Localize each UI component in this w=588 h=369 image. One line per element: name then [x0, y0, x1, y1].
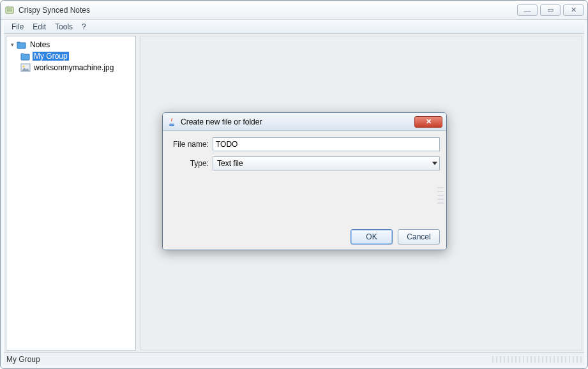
image-file-icon: [20, 63, 31, 72]
window-title: Crispy Synced Notes: [19, 6, 90, 15]
dialog-body: File name: Type: Text file OK: [163, 131, 446, 250]
window-controls: — ▭ ✕: [515, 4, 584, 16]
chevron-down-icon: [432, 162, 437, 165]
app-icon: [4, 5, 15, 15]
folder-open-icon: [17, 40, 27, 49]
close-icon: ✕: [426, 117, 432, 126]
folder-icon: [20, 52, 31, 61]
type-label: Type:: [169, 159, 209, 168]
body-area: ▾ Notes My Group worksonmym: [4, 34, 584, 352]
status-grip-icon: [492, 356, 582, 363]
dialog-close-button[interactable]: ✕: [414, 116, 442, 128]
main-window: Crispy Synced Notes — ▭ ✕ File Edit Tool…: [0, 0, 588, 369]
tree-child-node[interactable]: worksonmymachine.jpg: [8, 62, 134, 73]
maximize-button[interactable]: ▭: [540, 4, 561, 16]
statusbar: My Group: [4, 352, 584, 365]
tree-node-label: My Group: [33, 52, 69, 61]
menu-help[interactable]: ?: [78, 21, 90, 33]
resize-grip-icon: [437, 184, 444, 204]
svg-point-4: [23, 66, 25, 68]
window-close-button[interactable]: ✕: [563, 4, 584, 16]
filename-input[interactable]: [213, 137, 440, 151]
menu-tools[interactable]: Tools: [51, 21, 77, 33]
menubar: File Edit Tools ?: [4, 20, 584, 34]
java-icon: [167, 117, 177, 127]
type-select[interactable]: Text file: [213, 156, 440, 170]
tree-node-label: Notes: [29, 40, 51, 49]
expander-icon[interactable]: ▾: [9, 41, 15, 48]
svg-rect-0: [6, 7, 13, 13]
ok-button[interactable]: OK: [351, 229, 393, 245]
titlebar[interactable]: Crispy Synced Notes — ▭ ✕: [1, 1, 587, 20]
tree-child-node[interactable]: My Group: [8, 50, 134, 62]
menu-file[interactable]: File: [8, 21, 27, 33]
type-select-value: Text file: [217, 159, 243, 168]
menu-edit[interactable]: Edit: [29, 21, 50, 33]
cancel-button[interactable]: Cancel: [398, 229, 440, 245]
create-file-dialog: Create new file or folder ✕ File name: T…: [162, 112, 447, 250]
status-text: My Group: [6, 355, 40, 364]
dialog-titlebar[interactable]: Create new file or folder ✕: [163, 113, 446, 131]
filename-label: File name:: [169, 140, 209, 149]
minimize-button[interactable]: —: [517, 4, 538, 16]
tree-node-label: worksonmymachine.jpg: [33, 63, 115, 72]
dialog-title: Create new file or folder: [181, 117, 262, 126]
tree-panel[interactable]: ▾ Notes My Group worksonmym: [6, 36, 136, 350]
tree: ▾ Notes My Group worksonmym: [6, 36, 135, 76]
tree-root-node[interactable]: ▾ Notes: [8, 39, 134, 50]
